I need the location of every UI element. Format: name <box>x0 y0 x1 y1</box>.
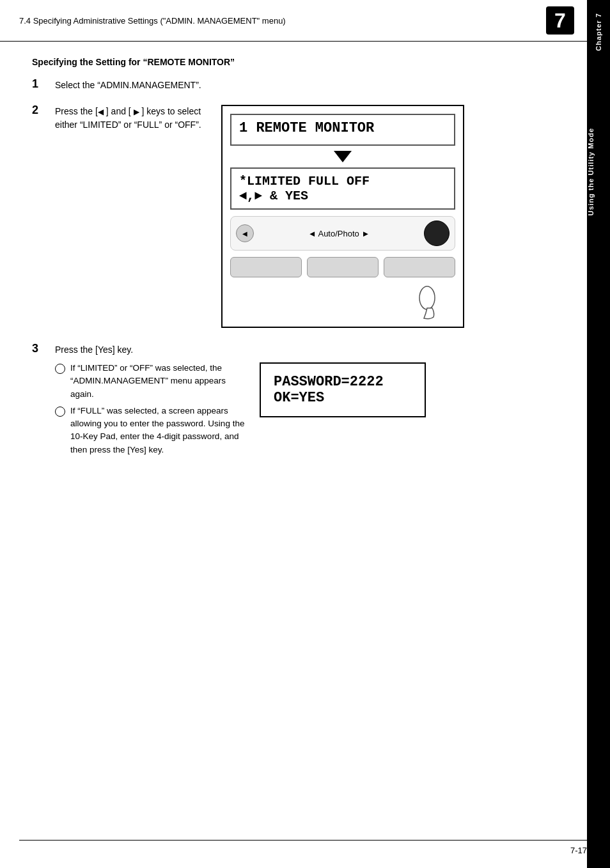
main-content: 7.4 Specifying Administrative Settings (… <box>0 0 587 486</box>
step-3-main-text: Press the [Yes] key. <box>55 343 247 357</box>
down-arrow-icon <box>334 151 352 162</box>
chapter-label: Chapter 7 <box>595 13 602 51</box>
password-line2: OK=YES <box>274 390 412 406</box>
bullet-circle-1 <box>55 364 65 374</box>
step-2-layout: Press the [◀ ] and [ ▶ ] keys to select … <box>55 105 568 328</box>
left-btn-icon: ◀ <box>242 230 247 237</box>
panel-btn-2 <box>307 257 379 277</box>
step-1-content: Select the “ADMIN.MANAGEMENT”. <box>55 79 568 92</box>
step-3-content: Press the [Yes] key. If “LIMITED” or “OF… <box>55 343 568 460</box>
chapter-number-box: 7 <box>546 6 574 35</box>
password-screen: PASSWORD=2222 OK=YES <box>260 362 426 417</box>
page-footer: 7-17 <box>19 840 587 855</box>
bullet-item-2: If “FULL” was selected, a screen appears… <box>55 405 247 456</box>
bullet-text-1: If “LIMITED” or “OFF” was selected, the … <box>70 362 247 401</box>
body-content: Specifying the Setting for “REMOTE MONIT… <box>0 42 587 486</box>
step-2-number: 2 <box>32 104 51 117</box>
step-3-layout: Press the [Yes] key. If “LIMITED” or “OF… <box>55 343 568 460</box>
step-3: 3 Press the [Yes] key. If “LIMITED” or “… <box>32 343 568 460</box>
lcd-bottom-line2: ◄,► & YES <box>239 189 446 203</box>
utility-mode-label: Using the Utility Mode <box>587 128 610 216</box>
svg-point-0 <box>419 286 435 309</box>
lcd-bottom-line1: *LIMITED FULL OFF <box>239 174 446 189</box>
hand-illustration-area <box>223 283 463 327</box>
right-sidebar-tab: Chapter 7 Using the Utility Mode <box>587 0 610 868</box>
step-2: 2 Press the [◀ ] and [ ▶ ] keys to selec… <box>32 105 568 328</box>
section-heading: Specifying the Setting for “REMOTE MONIT… <box>32 57 568 67</box>
step-3-text-column: Press the [Yes] key. If “LIMITED” or “OF… <box>55 343 247 460</box>
step-1-text: Select the “ADMIN.MANAGEMENT”. <box>55 79 568 92</box>
right-dark-btn <box>424 221 450 246</box>
password-line1: PASSWORD=2222 <box>274 374 412 390</box>
step-3-bullet-list: If “LIMITED” or “OFF” was selected, the … <box>55 362 247 456</box>
right-arrow-key: ▶ <box>134 107 139 116</box>
header-title: 7.4 Specifying Administrative Settings (… <box>19 16 286 26</box>
bullet-item-1: If “LIMITED” or “OFF” was selected, the … <box>55 362 247 401</box>
page-header: 7.4 Specifying Administrative Settings (… <box>0 0 587 42</box>
panel-btn-1 <box>230 257 302 277</box>
panel-btn-3 <box>384 257 455 277</box>
lcd-screen-top: 1 REMOTE MONITOR <box>230 114 455 146</box>
button-row <box>230 257 455 277</box>
lcd-screen-bottom: *LIMITED FULL OFF ◄,► & YES <box>230 167 455 210</box>
step-1-number: 1 <box>32 77 51 91</box>
step-2-paragraph: Press the [◀ ] and [ ▶ ] keys to select … <box>55 105 208 132</box>
control-panel: ◀ ◄ Auto/Photo ► <box>230 216 455 251</box>
left-circle-btn: ◀ <box>236 224 254 242</box>
bullet-text-2: If “FULL” was selected, a screen appears… <box>70 405 247 456</box>
hand-icon <box>414 285 453 320</box>
lcd-device: 1 REMOTE MONITOR *LIMITED FULL OFF ◄,► &… <box>221 105 464 328</box>
bullet-circle-2 <box>55 407 65 417</box>
lcd-arrow-down <box>223 146 463 167</box>
control-label: ◄ Auto/Photo ► <box>259 229 419 238</box>
step-2-text: Press the [◀ ] and [ ▶ ] keys to select … <box>55 105 208 132</box>
page-number: 7-17 <box>570 846 587 855</box>
step-2-content: Press the [◀ ] and [ ▶ ] keys to select … <box>55 105 568 328</box>
step-1: 1 Select the “ADMIN.MANAGEMENT”. <box>32 79 568 92</box>
left-arrow-key: ◀ <box>98 107 104 116</box>
step-3-number: 3 <box>32 342 51 355</box>
